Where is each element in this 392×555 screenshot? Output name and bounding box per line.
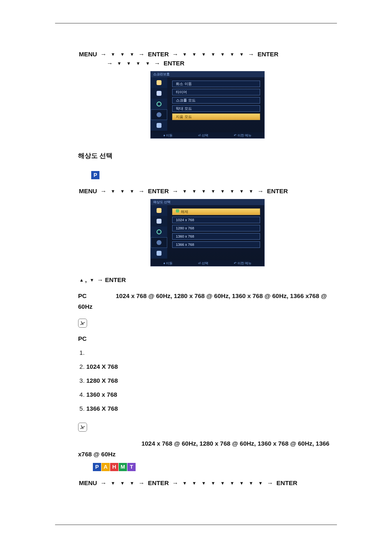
osd-footer-select: 선택 <box>202 261 208 265</box>
list-item-text: 1360 x 768 <box>86 391 117 398</box>
enter-label: ENTER <box>257 51 279 58</box>
list-item-text: 1366 X 768 <box>86 405 118 412</box>
osd-footer-move: 이동 <box>166 134 173 137</box>
down-arrow-icon: ▼ <box>134 61 142 66</box>
enter-label: ENTER <box>147 51 170 58</box>
enter-label: ENTER <box>163 60 185 67</box>
down-arrow-icon: ▼ <box>247 189 255 194</box>
osd-item: 1366 x 768 <box>172 241 260 248</box>
down-arrow-icon: ▼ <box>200 481 208 486</box>
top-rule <box>55 23 337 23</box>
osd-item: 스크롤 모드 <box>172 97 260 104</box>
down-arrow-icon: ▼ <box>257 481 265 486</box>
osd-sidebar <box>151 77 167 131</box>
list-item: 1024 X 768 <box>86 363 337 371</box>
up-arrow-icon: ▲ <box>78 278 85 282</box>
menu-label: MENU <box>78 479 98 486</box>
ring-icon <box>157 102 161 106</box>
pc-label: PC <box>78 292 87 299</box>
osd-footer-move: 이동 <box>166 261 173 265</box>
enter-label: ENTER <box>147 479 170 486</box>
list-item <box>86 349 337 357</box>
list-item-text: 1024 X 768 <box>86 363 118 370</box>
menu-label: MENU <box>78 187 98 194</box>
down-arrow-icon: ▼ <box>109 481 117 486</box>
down-arrow-icon: ▼ <box>119 52 127 57</box>
osd-item: 1024 x 768 <box>172 217 260 223</box>
down-arrow-icon: ▼ <box>228 52 236 57</box>
osd-list: 해제 1024 x 768 1280 x 768 1360 x 768 1366… <box>172 208 260 250</box>
list-item: 1366 X 768 <box>86 405 337 413</box>
page-icon <box>157 123 161 128</box>
down-arrow-icon: ▼ <box>128 52 136 57</box>
resolution-list-text: 1024 x 768 @ 60Hz, 1280 x 768 @ 60Hz, 13… <box>78 292 327 310</box>
mode-badge-t: T <box>127 463 136 471</box>
down-arrow-icon: ▼ <box>228 481 236 486</box>
down-arrow-icon: ▼ <box>200 189 208 194</box>
down-arrow-icon: ▼ <box>209 481 217 486</box>
select-icon: ⏎ <box>198 134 202 137</box>
down-arrow-icon: ▼ <box>119 481 127 486</box>
back-icon: ↶ <box>234 261 238 265</box>
mode-badge-pc: P <box>91 171 99 179</box>
gear-icon <box>157 240 161 245</box>
osd-screenshot-resolution: 해상도 선택 해제 1024 x 768 1280 x 768 1360 x 7… <box>150 199 265 266</box>
down-arrow-icon: ▼ <box>247 481 255 486</box>
resolution-ordered-list: 1024 X 768 1280 X 768 1360 x 768 1366 X … <box>86 349 337 413</box>
section-heading-resolution: 해상도 선택 <box>78 152 337 160</box>
osd-footer-select: 선택 <box>202 134 208 137</box>
list-item: 1360 x 768 <box>86 391 337 399</box>
osd-footer-back: 이전 메뉴 <box>238 134 251 137</box>
down-arrow-icon: ▼ <box>190 481 198 486</box>
mode-badge-h: H <box>110 463 118 471</box>
osd-item: 화소 이동 <box>172 81 260 87</box>
enter-label: ENTER <box>276 479 298 486</box>
list-item-text: 1280 X 768 <box>86 377 118 384</box>
mode-badge-a: A <box>101 463 110 471</box>
up-down-enter-line: ▲, ▼ → ENTER <box>78 276 337 283</box>
down-arrow-icon: ▼ <box>119 189 127 194</box>
down-arrow-icon: ▼ <box>219 481 226 486</box>
down-arrow-icon: ▼ <box>109 52 117 57</box>
resolution-modes-paragraph: 1024 x 768 @ 60Hz, 1280 x 768 @ 60Hz, 13… <box>78 438 337 460</box>
resolution-modes-text: 1024 x 768 @ 60Hz, 1280 x 768 @ 60Hz, 13… <box>78 440 330 458</box>
osd-item: 타이머 <box>172 89 260 95</box>
down-arrow-icon: ▼ <box>238 481 245 486</box>
enter-label: ENTER <box>147 187 170 194</box>
input-icon <box>157 91 161 96</box>
osd-footer: ♦ 이동 ⏎ 선택 ↶ 이전 메뉴 <box>151 132 264 138</box>
tool-icon <box>157 80 161 85</box>
osd-item: 1360 x 768 <box>172 233 260 240</box>
osd-title: 스크린보호 <box>151 72 264 77</box>
osd-item-selected: 지움 모드 <box>172 113 260 120</box>
down-arrow-icon: ▼ <box>190 189 198 194</box>
down-arrow-icon: ▼ <box>181 52 189 57</box>
gear-icon <box>157 112 161 117</box>
mode-badge-pc: P <box>93 463 101 471</box>
osd-item-selected: 해제 <box>172 208 260 215</box>
osd-item-label: 해제 <box>181 210 188 214</box>
down-arrow-icon: ▼ <box>200 52 208 57</box>
note-pencil-icon <box>78 319 87 328</box>
down-arrow-icon: ▼ <box>125 61 133 66</box>
down-arrow-icon: ▼ <box>190 52 198 57</box>
down-arrow-icon: ▼ <box>228 189 236 194</box>
pc-resolution-paragraph: PC 1024 x 768 @ 60Hz, 1280 x 768 @ 60Hz,… <box>78 291 337 312</box>
ring-icon <box>157 229 161 234</box>
nav-sequence-2: MENU → ▼ ▼ ▼ → ENTER → ▼ ▼ ▼ ▼ ▼ ▼ ▼ ▼ →… <box>78 187 337 196</box>
menu-label: MENU <box>78 51 98 58</box>
tool-icon <box>157 208 161 213</box>
osd-item: 막대 모드 <box>172 105 260 112</box>
page-icon <box>157 251 161 256</box>
down-arrow-icon: ▼ <box>88 278 95 282</box>
mode-badge-m: M <box>119 463 127 471</box>
pc-subheading: PC <box>78 335 337 342</box>
mode-badges-row: P A H M T <box>93 463 337 471</box>
osd-sidebar <box>151 205 167 259</box>
back-icon: ↶ <box>234 134 238 137</box>
osd-footer: ♦ 이동 ⏎ 선택 ↶ 이전 메뉴 <box>151 260 264 266</box>
note-pencil-icon <box>78 423 87 432</box>
nav-sequence-3: MENU → ▼ ▼ ▼ → ENTER → ▼ ▼ ▼ ▼ ▼ ▼ ▼ ▼ ▼… <box>78 479 337 488</box>
bottom-rule <box>55 525 337 525</box>
down-arrow-icon: ▼ <box>219 52 226 57</box>
